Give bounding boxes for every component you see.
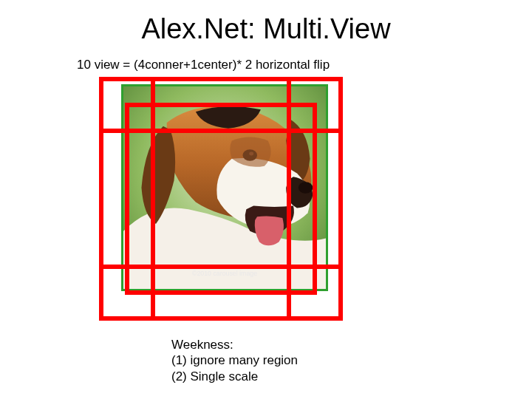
multiview-diagram: ©2010 carousel image [99,77,343,321]
weakness-block: Weekness: (1) ignore many region (2) Sin… [171,337,298,384]
weakness-heading: Weekness: [171,337,298,352]
crop-center [125,103,317,295]
slide-title: Alex.Net: Multi.View [0,0,532,45]
slide-subtitle: 10 view = (4conner+1center)* 2 horizonta… [77,58,330,72]
weakness-line-1: (1) ignore many region [171,352,298,368]
weakness-line-2: (2) Single scale [171,369,298,384]
